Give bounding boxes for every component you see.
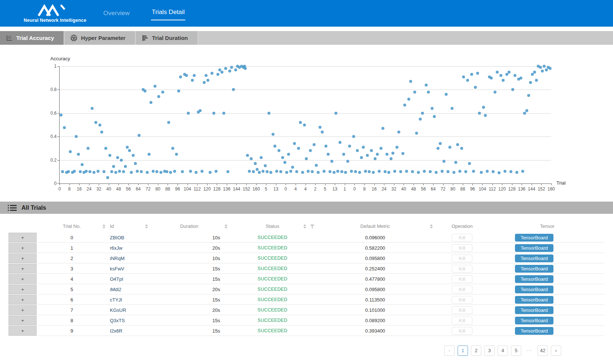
y-tick-mark [57, 66, 60, 67]
scatter-point [431, 107, 434, 110]
scatter-point [324, 145, 327, 148]
x-tick-label: 64 [136, 186, 141, 192]
tensorboard-button[interactable]: TensorBoard [515, 275, 553, 283]
pagination-page-42[interactable]: 42 [538, 346, 548, 356]
scatter-point [140, 170, 143, 173]
scatter-point [287, 153, 290, 156]
scatter-point [79, 170, 82, 173]
scatter-point [451, 107, 454, 110]
kill-button[interactable]: Kill [452, 244, 472, 252]
sort-icon[interactable] [102, 224, 105, 229]
cell-tensor: TensorBoard [490, 296, 604, 304]
cell-status: SUCCEEDED [229, 245, 316, 250]
scatter-point [334, 112, 337, 115]
y-tick-label: 0.2 [41, 158, 57, 163]
pagination-page-5[interactable]: 5 [511, 346, 521, 356]
scatter-point [393, 170, 396, 173]
scatter-point [187, 112, 190, 115]
row-expander[interactable]: + [9, 326, 37, 336]
scatter-point [317, 171, 320, 174]
cell-tensor: TensorBoard [490, 275, 604, 283]
kill-button[interactable]: Kill [452, 296, 472, 304]
tensorboard-button[interactable]: TensorBoard [515, 327, 553, 335]
kill-button[interactable]: Kill [452, 327, 472, 335]
cell-id: r6xJw [107, 245, 149, 251]
pagination-next[interactable]: › [551, 346, 561, 356]
scatter-point [323, 170, 326, 173]
row-expander[interactable]: + [9, 264, 37, 273]
x-tick-mark [414, 183, 414, 185]
scatter-point [264, 164, 267, 167]
kill-button[interactable]: Kill [452, 275, 472, 283]
tab-hyper-parameter[interactable]: Hyper Parameter [64, 31, 136, 45]
row-expander[interactable]: + [9, 305, 37, 315]
column-header-id[interactable]: Id [107, 223, 149, 229]
row-expander[interactable]: + [9, 243, 37, 253]
row-expander[interactable]: + [9, 284, 37, 294]
sort-icon[interactable] [303, 224, 306, 229]
kill-button[interactable]: Kill [452, 306, 472, 314]
cell-duration: 15s [149, 276, 229, 282]
row-expander[interactable]: + [9, 316, 37, 325]
column-header-trial-no-[interactable]: Trial No. [37, 223, 107, 229]
cell-id: I2x6R [107, 328, 149, 334]
pagination-page-1[interactable]: 1 [458, 346, 468, 356]
pagination-page-4[interactable]: 4 [498, 346, 508, 356]
scatter-point [360, 156, 363, 159]
tensorboard-button[interactable]: TensorBoard [515, 234, 553, 242]
scatter-point [289, 170, 292, 173]
x-tick-label: 136 [518, 186, 525, 192]
column-header-default-metric[interactable]: Default Metric [316, 223, 434, 229]
scatter-point [435, 171, 438, 174]
pagination-page-2[interactable]: 2 [471, 346, 481, 356]
y-tick-mark [57, 113, 60, 114]
tensorboard-button[interactable]: TensorBoard [515, 317, 553, 324]
x-tick-mark [89, 183, 90, 185]
kill-button[interactable]: Kill [452, 265, 472, 273]
kill-button[interactable]: Kill [452, 234, 472, 242]
tab-trial-accuracy[interactable]: Trial Accuracy [0, 31, 64, 45]
scatter-point [439, 142, 442, 145]
sort-icon[interactable] [145, 224, 148, 229]
kill-button[interactable]: Kill [452, 255, 472, 262]
scatter-point [527, 94, 530, 97]
row-expander[interactable]: + [9, 274, 37, 284]
nav-tab-overview[interactable]: Overview [102, 7, 130, 19]
column-header-status[interactable]: Status [229, 223, 316, 229]
tensorboard-button[interactable]: TensorBoard [515, 244, 553, 252]
row-expander[interactable]: + [9, 253, 37, 263]
filter-icon[interactable] [310, 225, 314, 229]
kill-button[interactable]: Kill [452, 317, 472, 324]
x-tick-label: 120 [498, 186, 506, 192]
cell-trial-no: 7 [37, 307, 107, 313]
sort-icon[interactable] [225, 224, 228, 229]
column-label: Status [266, 223, 279, 229]
nav-tab-trials-detail[interactable]: Trials Detail [151, 6, 185, 20]
tensorboard-button[interactable]: TensorBoard [515, 286, 553, 293]
tensorboard-button[interactable]: TensorBoard [515, 255, 553, 262]
x-tick-mark [128, 183, 129, 185]
pagination-prev[interactable]: ‹ [444, 346, 455, 356]
scatter-point [399, 170, 402, 173]
row-expander[interactable]: + [9, 233, 37, 242]
tensorboard-button[interactable]: TensorBoard [515, 306, 553, 314]
table-row: +6cTYJI15sSUCCEEDED0.113500KillTensorBoa… [9, 294, 604, 305]
table-row: +1r6xJw20sSUCCEEDED0.582200KillTensorBoa… [9, 243, 604, 253]
pagination-page-3[interactable]: 3 [484, 346, 495, 356]
kill-button[interactable]: Kill [452, 286, 472, 293]
cell-id: O4TpI [107, 276, 149, 282]
cell-tensor: TensorBoard [490, 234, 604, 242]
tab-trial-duration[interactable]: Trial Duration [136, 31, 198, 45]
row-expander[interactable]: + [9, 295, 37, 304]
sort-icon[interactable] [430, 224, 433, 229]
column-header-duration[interactable]: Duration [149, 223, 229, 229]
pagination-ellipsis[interactable]: ··· [524, 346, 535, 356]
venn-circles-icon [70, 34, 77, 41]
scatter-point [472, 170, 475, 173]
scatter-point [248, 170, 251, 173]
top-navbar: Neural Network Intelligence Overview Tri… [0, 0, 613, 27]
scatter-point [244, 67, 247, 70]
scatter-point [511, 88, 514, 91]
tensorboard-button[interactable]: TensorBoard [515, 296, 553, 304]
tensorboard-button[interactable]: TensorBoard [515, 265, 553, 273]
